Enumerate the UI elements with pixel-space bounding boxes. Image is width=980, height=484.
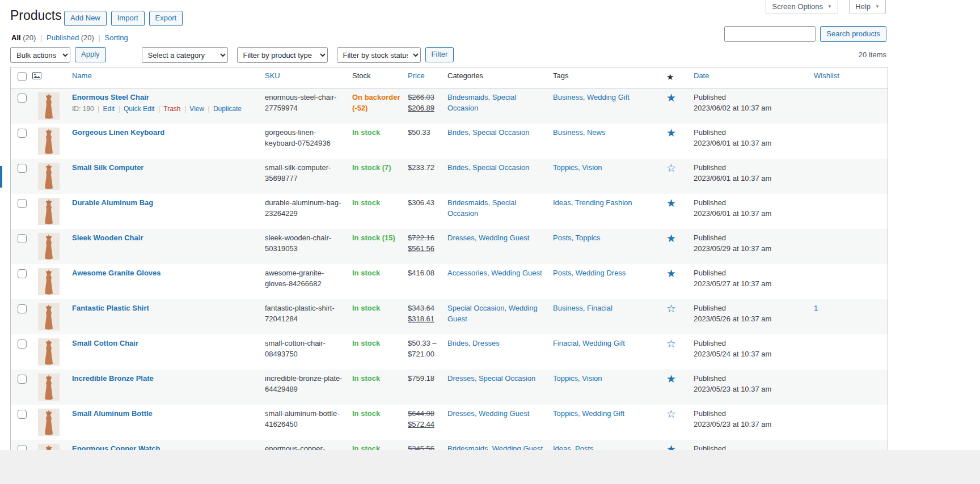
image-column-header xyxy=(32,67,72,88)
import-button[interactable]: Import xyxy=(111,11,145,26)
stock-status: In stock xyxy=(352,339,380,347)
product-name-link[interactable]: Durable Aluminum Bag xyxy=(72,198,153,207)
tag-links[interactable]: Toppics, Vision xyxy=(553,374,602,383)
product-name-link[interactable]: Awesome Granite Gloves xyxy=(72,269,161,277)
row-checkbox[interactable] xyxy=(18,269,27,278)
tag-links[interactable]: Business, News xyxy=(553,128,605,137)
price-column-header[interactable]: Price xyxy=(408,67,447,88)
category-links[interactable]: Special Occasion, Wedding Guest xyxy=(447,304,538,323)
page-title: Products xyxy=(10,8,62,23)
product-thumbnail[interactable] xyxy=(38,373,60,401)
tag-links[interactable]: Ideas, Trending Fashion xyxy=(553,198,632,207)
screen-options-button[interactable]: Screen Options ▼ xyxy=(766,0,838,14)
featured-star-icon[interactable]: ☆ xyxy=(666,162,676,174)
row-id: ID: 190 xyxy=(72,105,94,113)
product-name-link[interactable]: Incredible Bronze Plate xyxy=(72,374,154,383)
search-products-button[interactable]: Search products xyxy=(820,26,886,42)
help-button[interactable]: Help ▼ xyxy=(849,0,886,14)
category-links[interactable]: Dresses, Wedding Guest xyxy=(447,233,529,242)
featured-star-icon[interactable]: ★ xyxy=(666,232,676,244)
product-thumbnail[interactable] xyxy=(38,303,60,330)
product-name-link[interactable]: Small Silk Computer xyxy=(72,163,143,172)
tag-links[interactable]: Posts, Wedding Dress xyxy=(553,269,626,277)
product-name-link[interactable]: Sleek Wooden Chair xyxy=(72,233,143,242)
tag-links[interactable]: Business, Wedding Gift xyxy=(553,93,630,101)
featured-star-icon[interactable]: ☆ xyxy=(666,338,676,350)
stock-status-filter-select[interactable]: Filter by stock status xyxy=(337,47,421,63)
featured-star-icon[interactable]: ☆ xyxy=(666,303,676,315)
row-checkbox[interactable] xyxy=(18,164,27,173)
row-checkbox[interactable] xyxy=(18,304,27,313)
tag-links[interactable]: Posts, Toppics xyxy=(553,233,601,242)
product-name-link[interactable]: Enormous Steel Chair xyxy=(72,93,149,101)
category-links[interactable]: Accessories, Wedding Guest xyxy=(447,269,542,277)
quick-edit-link[interactable]: Quick Edit xyxy=(124,105,155,113)
add-new-button[interactable]: Add New xyxy=(64,11,107,26)
subnav-sorting[interactable]: Sorting xyxy=(105,33,128,42)
category-filter-select[interactable]: Select a category xyxy=(142,47,228,63)
product-name-link[interactable]: Small Cotton Chair xyxy=(72,339,138,347)
featured-star-icon[interactable]: ★ xyxy=(666,92,676,104)
product-name-link[interactable]: Fantastic Plastic Shirt xyxy=(72,304,149,312)
product-thumbnail[interactable] xyxy=(38,92,60,120)
sku-cell: small-aluminum-bottle-41626450 xyxy=(265,405,352,440)
row-checkbox[interactable] xyxy=(18,94,27,103)
search-products-input[interactable] xyxy=(724,26,816,42)
category-links[interactable]: Dresses, Wedding Guest xyxy=(447,409,529,418)
row-checkbox[interactable] xyxy=(18,375,27,384)
featured-star-icon[interactable]: ★ xyxy=(666,127,676,139)
bulk-actions-select[interactable]: Bulk actions xyxy=(10,47,70,63)
product-name-link[interactable]: Small Aluminum Bottle xyxy=(72,409,153,418)
price-cell: $722.16 $561.56 xyxy=(408,229,447,264)
export-button[interactable]: Export xyxy=(149,11,183,26)
subnav-all[interactable]: All (20) xyxy=(11,33,36,42)
product-name-link[interactable]: Gorgeous Linen Keyboard xyxy=(72,128,164,137)
wishlist-count[interactable]: 1 xyxy=(814,304,818,312)
featured-star-icon[interactable]: ★ xyxy=(666,197,676,209)
subnav-published[interactable]: Published (20) xyxy=(47,33,94,42)
product-thumbnail[interactable] xyxy=(38,233,60,260)
tag-links[interactable]: Toppics, Wedding Gift xyxy=(553,409,624,418)
tag-links[interactable]: Business, Finacial xyxy=(553,304,612,312)
row-checkbox[interactable] xyxy=(18,339,27,349)
category-links[interactable]: Brides, Dresses xyxy=(447,339,500,347)
duplicate-link[interactable]: Duplicate xyxy=(213,105,242,113)
price-cell: $306.43 xyxy=(408,194,447,229)
category-links[interactable]: Brides, Special Occasion xyxy=(447,163,530,172)
category-links[interactable]: Bridesmaids, Special Occasion xyxy=(447,198,516,218)
table-row: Enormous Steel Chair ID: 190 | Edit | Qu… xyxy=(11,88,888,124)
trash-link[interactable]: Trash xyxy=(163,105,180,113)
row-checkbox[interactable] xyxy=(18,410,27,419)
wishlist-column-header[interactable]: Wishlist xyxy=(814,67,889,88)
table-row: Durable Aluminum Bag durable-aluminum-ba… xyxy=(11,194,888,229)
featured-star-icon[interactable]: ★ xyxy=(666,373,676,385)
product-thumbnail[interactable] xyxy=(38,128,60,155)
featured-star-icon[interactable]: ☆ xyxy=(666,408,676,420)
category-links[interactable]: Brides, Special Occasion xyxy=(447,128,530,137)
category-links[interactable]: Dresses, Special Occasion xyxy=(447,374,535,383)
category-links[interactable]: Bridesmaids, Special Occasion xyxy=(447,93,516,112)
name-column-header[interactable]: Name xyxy=(72,67,265,88)
row-checkbox[interactable] xyxy=(18,129,27,138)
edit-link[interactable]: Edit xyxy=(103,105,115,113)
stock-status: In stock xyxy=(352,269,380,277)
product-type-filter-select[interactable]: Filter by product type xyxy=(237,47,328,63)
product-thumbnail[interactable] xyxy=(38,268,60,295)
featured-star-icon[interactable]: ★ xyxy=(666,268,676,279)
tag-links[interactable]: Finacial, Wedding Gift xyxy=(553,339,625,347)
sku-column-header[interactable]: SKU xyxy=(265,67,352,88)
product-thumbnail[interactable] xyxy=(38,198,60,225)
row-checkbox[interactable] xyxy=(18,199,27,208)
product-thumbnail[interactable] xyxy=(38,409,60,436)
product-thumbnail[interactable] xyxy=(38,338,60,366)
select-all-checkbox[interactable] xyxy=(18,72,27,81)
row-actions: ID: 190 | Edit | Quick Edit | Trash | Vi… xyxy=(72,104,259,114)
apply-button[interactable]: Apply xyxy=(75,47,106,62)
product-thumbnail[interactable] xyxy=(38,163,60,190)
view-link[interactable]: View xyxy=(189,105,204,113)
date-column-header[interactable]: Date xyxy=(694,67,814,88)
filter-button[interactable]: Filter xyxy=(425,47,454,62)
featured-column-header[interactable]: ★ xyxy=(658,67,694,88)
row-checkbox[interactable] xyxy=(18,234,27,243)
tag-links[interactable]: Toppics, Vision xyxy=(553,163,602,172)
